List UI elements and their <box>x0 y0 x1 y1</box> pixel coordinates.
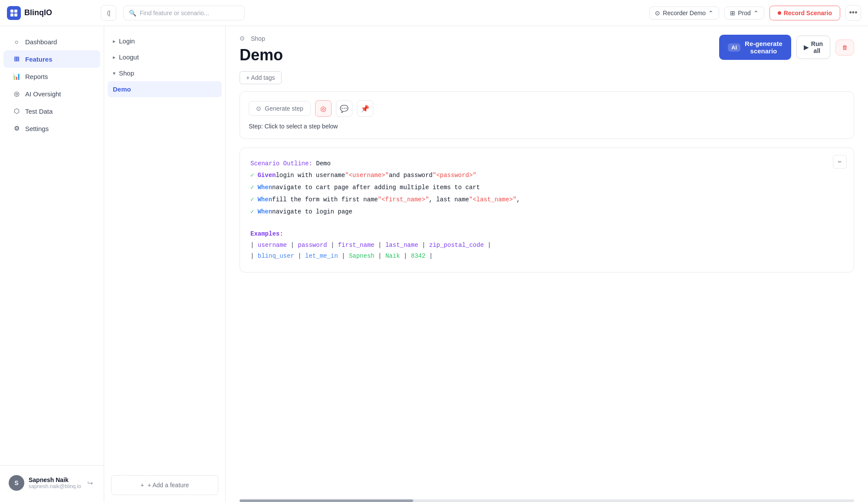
sep-0: | <box>250 242 258 249</box>
check-icon-0: ✓ <box>250 169 254 181</box>
env-chevron-icon: ⌃ <box>753 10 759 16</box>
step-gen-row: ⊙ Generate step ◎ 💬 📌 <box>249 100 845 117</box>
keyword-when-2: When <box>257 194 272 206</box>
scenario-outline-keyword: Scenario Outline: <box>250 160 312 167</box>
scroll-track <box>240 499 854 502</box>
param-password: "<password>" <box>433 169 477 181</box>
add-feature-button[interactable]: + + Add a feature <box>111 475 218 495</box>
sidebar-reports-label: Reports <box>25 73 48 80</box>
more-icon: ••• <box>849 8 858 17</box>
param-username: "<username>" <box>345 169 389 181</box>
sidebar-item-ai-oversight[interactable]: ◎ AI Oversight <box>3 85 100 102</box>
logo-text: BlinqIO <box>24 8 52 17</box>
main-content: ⊙ Shop Demo + Add tags AI Re-generatesce… <box>226 26 868 502</box>
generate-step-button[interactable]: ⊙ Generate step <box>249 101 311 116</box>
scroll-thumb[interactable] <box>240 499 413 502</box>
test-data-icon: ⬡ <box>12 107 21 115</box>
sidebar-testdata-label: Test Data <box>25 108 53 115</box>
login-chevron-icon: ▸ <box>113 38 115 44</box>
sidebar-bottom: S Sapnesh Naik sapnesh.naik@blinq.io ↪ <box>0 465 104 495</box>
ai-badge: AI <box>728 43 740 52</box>
user-area[interactable]: S Sapnesh Naik sapnesh.naik@blinq.io ↪ <box>5 471 99 495</box>
logout-icon: ↪ <box>87 479 93 487</box>
sidebar-item-reports[interactable]: 📊 Reports <box>3 68 100 85</box>
run-all-label: Runall <box>811 40 823 54</box>
tree-item-demo[interactable]: Demo <box>108 81 222 97</box>
step-and: and password <box>389 169 433 181</box>
recorder-label: Recorder Demo <box>663 10 706 16</box>
tree-logout-label: Loogut <box>119 53 139 61</box>
step-row-2[interactable]: ✓ When fill the form with first name "<f… <box>250 194 843 206</box>
main-layout: ○ Dashboard ⊞ Features 📊 Reports ◎ AI Ov… <box>0 26 868 502</box>
reports-icon: 📊 <box>12 72 21 81</box>
search-bar[interactable]: 🔍 Find feature or scenario... <box>123 6 245 20</box>
tree-item-shop[interactable]: ▾ Shop <box>104 65 225 81</box>
table-data-row: | blinq_user | let_me_in | Sapnesh | Nai… <box>250 251 843 262</box>
tree-item-login[interactable]: ▸ Login <box>104 33 225 49</box>
regenerate-button[interactable]: AI Re-generatescenario <box>719 35 791 60</box>
regenerate-label: Re-generatescenario <box>745 40 783 55</box>
svg-rect-3 <box>14 13 17 16</box>
add-tags-button[interactable]: + Add tags <box>240 71 282 84</box>
sidebar-item-dashboard[interactable]: ○ Dashboard <box>3 33 100 50</box>
sep-5: | <box>487 242 491 249</box>
pin-button[interactable]: 📌 <box>357 100 373 117</box>
scenario-outline-line: Scenario Outline: Demo <box>250 158 843 169</box>
step-text-1: navigate to cart page after adding multi… <box>272 181 480 194</box>
env-grid-icon: ⊞ <box>730 10 735 16</box>
record-step-button[interactable]: ◎ <box>315 100 332 117</box>
env-selector[interactable]: ⊞ Prod ⌃ <box>724 7 764 20</box>
avatar: S <box>9 475 24 491</box>
tree-item-logout[interactable]: ▸ Loogut <box>104 49 225 65</box>
cell-blinquser: blinq_user <box>258 253 294 259</box>
cell-sapnesh: Sapnesh <box>349 253 375 259</box>
ai-oversight-icon: ◎ <box>12 89 21 98</box>
sidebar: ○ Dashboard ⊞ Features 📊 Reports ◎ AI Ov… <box>0 26 104 502</box>
dsep-0: | <box>250 253 258 259</box>
more-options-button[interactable]: ••• <box>845 5 861 21</box>
col-header-zip: zip_postal_code <box>429 242 484 249</box>
step-row-3[interactable]: ✓ When navigate to login page <box>250 206 843 218</box>
run-icon: ▶ <box>804 44 809 51</box>
tree-shop-label: Shop <box>119 69 134 77</box>
sep-4: | <box>422 242 429 249</box>
record-btn-label: Record Scenario <box>784 10 832 16</box>
feature-tree-panel: ▸ Login ▸ Loogut ▾ Shop Demo + + Add a f… <box>104 26 226 502</box>
shop-chevron-icon: ▾ <box>113 70 115 76</box>
breadcrumb-icon: ⊙ <box>240 35 247 43</box>
sep-3: | <box>378 242 385 249</box>
chat-button[interactable]: 💬 <box>336 100 352 117</box>
logout-button[interactable]: ↪ <box>85 476 95 490</box>
recorder-selector[interactable]: ⊙ Recorder Demo ⌃ <box>649 7 719 20</box>
delete-button[interactable]: 🗑 <box>835 39 854 56</box>
dsep-4: | <box>404 253 411 259</box>
edit-icon-button[interactable]: ✏ <box>833 155 847 169</box>
keyword-when-3: When <box>257 206 272 218</box>
col-header-firstname: first_name <box>338 242 375 249</box>
sidebar-item-settings[interactable]: ⚙ Settings <box>3 120 100 137</box>
check-icon-3: ✓ <box>250 206 254 218</box>
chat-icon: 💬 <box>340 105 349 113</box>
col-header-lastname: last_name <box>385 242 418 249</box>
app-header: BlinqIO ⟨| 🔍 Find feature or scenario...… <box>0 0 868 26</box>
collapse-sidebar-button[interactable]: ⟨| <box>101 5 116 21</box>
keyword-given: Given <box>257 169 276 181</box>
features-icon: ⊞ <box>12 55 21 63</box>
step-text-2c: , <box>516 194 520 206</box>
scenario-block: ✏ Scenario Outline: Demo ✓ Given login w… <box>240 148 854 272</box>
dsep-5: | <box>429 253 433 259</box>
sidebar-item-test-data[interactable]: ⬡ Test Data <box>3 102 100 120</box>
step-text-2b: , last name <box>429 194 469 206</box>
dsep-3: | <box>378 253 385 259</box>
step-hint-text: Click to select a step below <box>265 123 338 130</box>
step-row-1[interactable]: ✓ When navigate to cart page after addin… <box>250 181 843 194</box>
dsep-1: | <box>298 253 305 259</box>
record-scenario-button[interactable]: Record Scenario <box>769 6 840 20</box>
keyword-when-1: When <box>257 181 272 194</box>
sidebar-item-features[interactable]: ⊞ Features <box>3 50 100 68</box>
run-all-button[interactable]: ▶ Runall <box>796 36 830 59</box>
cell-naik: Naik <box>385 253 400 259</box>
sep-2: | <box>331 242 338 249</box>
step-row-0[interactable]: ✓ Given login with username "<username>"… <box>250 169 843 181</box>
examples-label: Examples: <box>250 230 283 237</box>
